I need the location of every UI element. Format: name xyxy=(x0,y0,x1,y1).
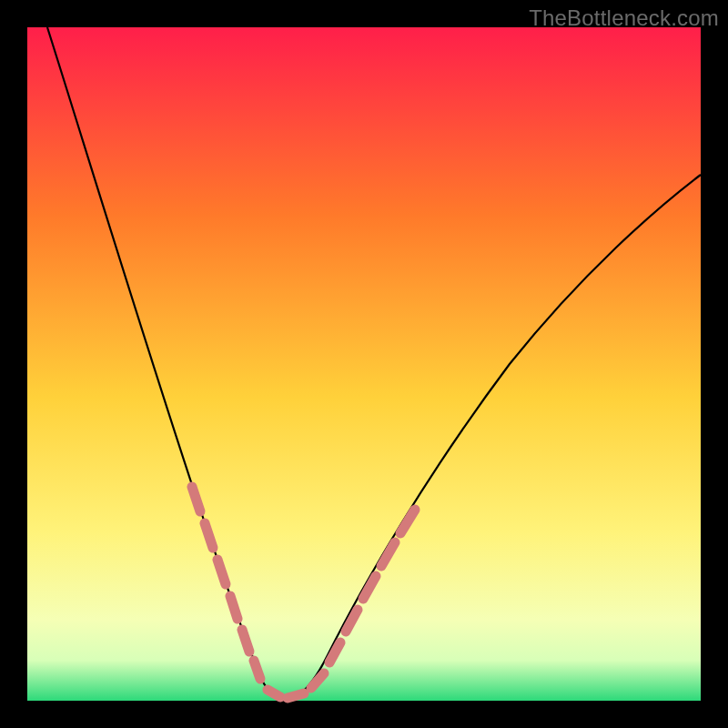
bottleneck-chart xyxy=(0,0,728,728)
svg-line-4 xyxy=(242,630,249,652)
svg-line-3 xyxy=(230,596,238,619)
watermark-text: TheBottleneck.com xyxy=(529,5,719,31)
svg-line-6 xyxy=(268,690,280,697)
chart-frame: TheBottleneck.com xyxy=(0,0,728,728)
svg-line-7 xyxy=(288,693,304,698)
svg-line-5 xyxy=(254,661,260,679)
